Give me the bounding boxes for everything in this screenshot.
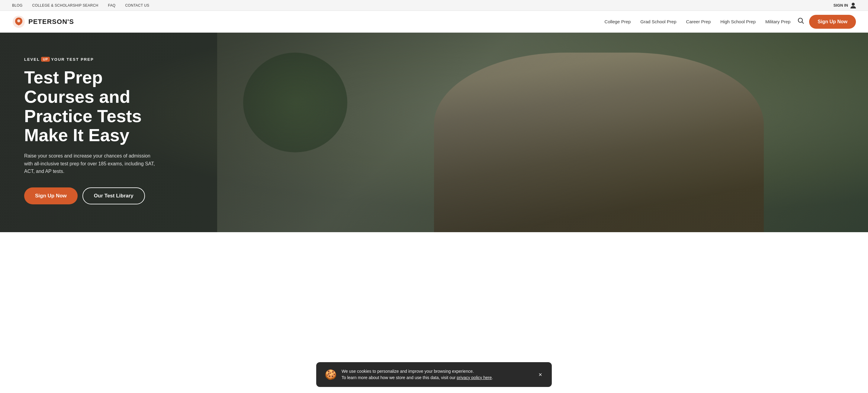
hero-section: LEVEL UP YOUR TEST PREP Test Prep Course…	[0, 33, 868, 232]
svg-point-2	[17, 19, 20, 22]
grad-school-link[interactable]: Grad School Prep	[640, 19, 676, 24]
military-prep-link[interactable]: Military Prep	[765, 19, 790, 24]
svg-point-0	[852, 3, 855, 6]
search-button[interactable]	[798, 18, 804, 26]
signin-label: SIGN IN	[834, 3, 848, 7]
person-icon	[850, 2, 856, 8]
logo-icon	[12, 15, 25, 28]
hero-buttons: Sign Up Now Our Test Library	[24, 188, 157, 204]
svg-point-3	[798, 18, 803, 22]
sign-in-area[interactable]: SIGN IN	[834, 2, 856, 8]
nav-signup-button[interactable]: Sign Up Now	[809, 15, 856, 29]
logo-link[interactable]: PETERSON'S	[12, 15, 74, 28]
svg-line-4	[802, 22, 804, 24]
high-school-link[interactable]: High School Prep	[720, 19, 756, 24]
logo-text: PETERSON'S	[28, 18, 74, 26]
hero-library-button[interactable]: Our Test Library	[83, 188, 145, 204]
level-suffix: YOUR TEST PREP	[51, 57, 94, 62]
hero-content: LEVEL UP YOUR TEST PREP Test Prep Course…	[0, 33, 181, 228]
nav-links: College Prep Grad School Prep Career Pre…	[604, 19, 791, 24]
career-prep-link[interactable]: Career Prep	[686, 19, 711, 24]
main-nav: PETERSON'S College Prep Grad School Prep…	[0, 11, 868, 33]
faq-link[interactable]: FAQ	[108, 3, 115, 7]
college-prep-link[interactable]: College Prep	[604, 19, 631, 24]
hero-title: Test Prep Courses and Practice Tests Mak…	[24, 68, 157, 145]
contact-link[interactable]: CONTACT US	[125, 3, 149, 7]
college-search-link[interactable]: COLLEGE & SCHOLARSHIP SEARCH	[32, 3, 98, 7]
blog-link[interactable]: BLOG	[12, 3, 23, 7]
level-label: LEVEL	[24, 57, 40, 62]
hero-signup-button[interactable]: Sign Up Now	[24, 188, 78, 204]
hero-subtitle: Raise your scores and increase your chan…	[24, 152, 157, 175]
level-badge: UP	[41, 57, 50, 62]
search-icon	[798, 18, 804, 24]
top-bar: BLOG COLLEGE & SCHOLARSHIP SEARCH FAQ CO…	[0, 0, 868, 11]
level-up-tag: LEVEL UP YOUR TEST PREP	[24, 57, 157, 62]
